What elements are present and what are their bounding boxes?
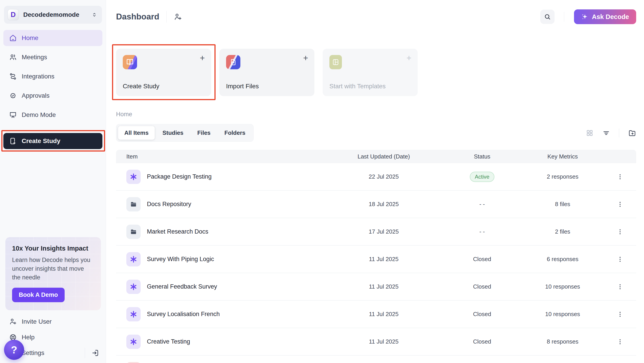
table-row[interactable]: Creative Testing 11 Jul 2025 Closed 8 re… [116, 328, 636, 356]
column-last-updated: Last Updated (Date) [324, 153, 443, 160]
create-study-card[interactable]: + Create Study [116, 49, 211, 96]
row-menu-button[interactable] [604, 339, 636, 345]
user-plus-icon [9, 318, 17, 326]
row-menu-button[interactable] [604, 228, 636, 235]
table-row[interactable]: General Feedback Survey 11 Jul 2025 Clos… [116, 273, 636, 301]
item-date: 11 Jul 2025 [324, 256, 443, 263]
sidebar-item-label: Approvals [22, 92, 50, 99]
item-metric: 10 responses [521, 311, 604, 318]
sidebar-item-label: Home [22, 34, 38, 41]
item-metric: 8 files [521, 201, 604, 208]
item-icon [126, 197, 141, 211]
item-status: Active [443, 172, 521, 182]
item-metric: 6 responses [521, 256, 604, 263]
item-name: Market Research Docs [147, 228, 208, 235]
sidebar-item-demo-mode[interactable]: Demo Mode [3, 107, 102, 123]
sidebar-item-label: Help [22, 334, 35, 341]
table-row[interactable]: Package Design Testing 22 Jul 2025 Activ… [116, 163, 636, 191]
plus-icon: + [303, 53, 308, 63]
status-badge: Active [470, 172, 494, 182]
quick-actions: + Create Study + Import Files + Start wi… [116, 49, 636, 96]
invite-user-header-button[interactable] [174, 13, 182, 21]
row-menu-button[interactable] [604, 283, 636, 290]
tab-all-items[interactable]: All Items [118, 126, 155, 140]
row-menu-button[interactable] [604, 311, 636, 318]
item-icon [126, 252, 141, 266]
sidebar-item-label: Settings [22, 349, 44, 357]
help-fab-button[interactable]: ? [4, 340, 24, 360]
item-icon [126, 362, 141, 363]
workspace-selector[interactable]: D Decodedemomode [4, 6, 102, 24]
chevron-updown-icon [92, 12, 97, 17]
sidebar-item-home[interactable]: Home [3, 30, 102, 46]
file-plus-icon [9, 137, 17, 145]
annotation-box-card [112, 44, 216, 100]
item-icon [126, 225, 141, 239]
table-row[interactable]: Market Research Docs 17 Jul 2025 - - 2 f… [116, 218, 636, 246]
ask-decode-button[interactable]: Ask Decode [574, 9, 636, 24]
plus-icon: + [200, 53, 205, 63]
sidebar-item-meetings[interactable]: Meetings [3, 49, 102, 65]
layout-icon [330, 55, 342, 69]
logout-button[interactable] [85, 349, 102, 357]
start-with-templates-card[interactable]: + Start with Templates [323, 49, 418, 96]
item-metric: 10 responses [521, 283, 604, 290]
presentation-icon [9, 111, 17, 119]
workspace-logo: D [8, 9, 19, 20]
sidebar-item-label: Demo Mode [22, 111, 56, 118]
tab-studies[interactable]: Studies [156, 126, 190, 140]
item-status: - - [443, 228, 521, 235]
items-table: Item Last Updated (Date) Status Key Metr… [116, 150, 636, 363]
topbar: Dashboard Ask Decode [116, 0, 636, 33]
sidebar-item-integrations[interactable]: Integrations [3, 68, 102, 84]
table-row[interactable]: Survey With Piping Logic 11 Jul 2025 Clo… [116, 246, 636, 273]
item-metric: 8 responses [521, 338, 604, 345]
item-date: 22 Jul 2025 [324, 173, 443, 180]
card-label: Import Files [226, 83, 308, 90]
tab-files[interactable]: Files [191, 126, 217, 140]
column-item: Item [116, 153, 324, 160]
row-menu-button[interactable] [604, 256, 636, 263]
row-menu-button[interactable] [604, 173, 636, 180]
book-open-icon [123, 55, 137, 69]
sidebar-item-approvals[interactable]: Approvals [3, 88, 102, 104]
new-folder-button[interactable] [628, 129, 636, 137]
table-row[interactable]: Survey Localisation French 11 Jul 2025 C… [116, 301, 636, 328]
row-menu-button[interactable] [604, 201, 636, 208]
tab-folders[interactable]: Folders [218, 126, 252, 140]
sidebar: D Decodedemomode Home Meetings Integrati… [0, 0, 106, 363]
sidebar-item-label: Invite User [22, 318, 52, 325]
column-key-metrics: Key Metrics [521, 153, 604, 160]
divider [564, 12, 564, 22]
item-date: 18 Jul 2025 [324, 201, 443, 208]
book-a-demo-button[interactable]: Book A Demo [12, 288, 64, 302]
card-label: Create Study [123, 83, 204, 90]
table-header: Item Last Updated (Date) Status Key Metr… [116, 150, 636, 163]
promo-card: 10x Your Insights Impact Learn how Decod… [5, 237, 101, 310]
item-type-tabs: All Items Studies Files Folders [116, 124, 254, 142]
item-name: General Feedback Survey [147, 283, 217, 290]
route-icon [9, 73, 17, 80]
item-date: 11 Jul 2025 [324, 338, 443, 345]
item-date: 17 Jul 2025 [324, 228, 443, 235]
item-name: Survey With Piping Logic [147, 256, 214, 263]
import-files-card[interactable]: + Import Files [219, 49, 314, 96]
item-metric: 2 files [521, 228, 604, 235]
sidebar-item-invite-user[interactable]: Invite User [3, 314, 102, 330]
item-metric: 2 responses [521, 173, 604, 180]
table-row[interactable] [116, 356, 636, 363]
sidebar-item-label: Integrations [22, 73, 54, 80]
table-row[interactable]: Docs Repository 18 Jul 2025 - - 8 files [116, 191, 636, 218]
search-button[interactable] [540, 9, 554, 24]
item-icon [126, 280, 141, 294]
sidebar-create-study-button[interactable]: Create Study [3, 133, 102, 149]
file-download-icon [226, 55, 240, 69]
divider [166, 11, 166, 22]
home-icon [9, 34, 17, 42]
filter-button[interactable] [602, 129, 610, 137]
item-status: Closed [443, 311, 521, 318]
item-status: Closed [443, 338, 521, 345]
list-toolbar: All Items Studies Files Folders [116, 124, 636, 142]
grid-view-button[interactable] [586, 129, 594, 137]
column-status: Status [443, 153, 521, 160]
